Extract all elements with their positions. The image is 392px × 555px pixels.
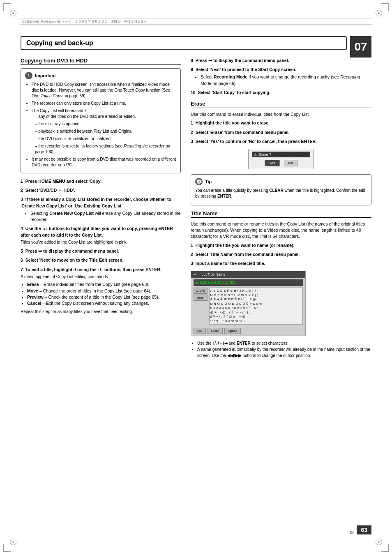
page-title-bar: Copying and back-up (21, 36, 347, 50)
step-3-sub: Selecting Create New Copy List will eras… (21, 210, 181, 223)
left-steps: 1 Press HOME MENU and select 'Copy'. 2 S… (21, 178, 181, 315)
erase-dialog-icon: ⚠ (254, 152, 257, 157)
step-3: 3 If there is already a Copy List stored… (21, 196, 181, 223)
title-input-title: Input Title Name (198, 272, 226, 276)
tip-icon: Q (195, 178, 203, 185)
left-column: Copying from DVD to HDD ! Important The … (21, 58, 181, 534)
char-row-3: À Â Ä Å Æ É È Ê Ë Ï Î Ì Ï # @ (210, 297, 302, 302)
important-item-2: The recorder can only store one Copy Lis… (32, 101, 176, 106)
reg-mark-tl (9, 9, 17, 17)
erase-step-1: 1 Highlight the title you want to erase. (191, 120, 371, 126)
page-title: Copying and back-up (26, 39, 93, 47)
erase-no-button[interactable]: No (284, 160, 298, 166)
right-column: 8 Press ➡ to display the command menu pa… (191, 58, 371, 534)
important-header: ! Important (25, 72, 176, 79)
erase-dialog-title: Erase ? (258, 152, 271, 157)
char-row-7: £ ¥ ¤ \ ; § " @ ± = ~ @ · (210, 315, 302, 319)
step-10: 10 Select 'Start Copy' to start copying. (191, 90, 371, 96)
tip-label: Tip (205, 179, 212, 184)
erase-dialog: ⚠ Erase ? Yes No (248, 149, 314, 169)
title-input-icon: ✏ (194, 272, 197, 276)
title-char-grid: A B C D E F G H I J K L M . ? ! N O P Q … (209, 288, 303, 325)
title-name-steps: 1 Highlight the title you want to name (… (191, 242, 371, 267)
step-8: 8 Press ➡ to display the command menu pa… (191, 58, 371, 64)
main-content: Copying from DVD to HDD ! Important The … (21, 58, 371, 534)
reg-mark-bl (9, 538, 17, 546)
menu-item-cancel: Cancel – Exit the Copy List screen witho… (27, 300, 181, 306)
caps-button[interactable]: CAPS (194, 288, 208, 294)
erase-step-2: 2 Select 'Erase' from the command menu p… (191, 129, 371, 136)
menu-item-erase: Erase – Erase individual titles from the… (27, 281, 181, 288)
header-file-info: DVR530HS_RDR.book 63 ページ ２００５年５月２６日 木曜日 … (22, 19, 147, 24)
page-lang: En (350, 530, 354, 534)
erase-yes-button[interactable]: Yes (265, 160, 280, 166)
subbullet-5: the recorder is reset to its factory set… (35, 143, 176, 155)
important-item-4: It may not be possible to copy from a DV… (32, 157, 176, 168)
reg-mark-br (375, 538, 383, 546)
step-4-note: Titles you've added to the Copy List are… (21, 240, 181, 246)
tip-text: You can erase a title quickly by pressin… (195, 188, 367, 199)
erase-step-3: 3 Select 'Yes' to confirm or 'No' to can… (191, 138, 371, 145)
char-row-5: 0 1 2 3 4 5 6 7 8 9 < = > " . & ' (210, 306, 302, 311)
erase-dialog-header: ⚠ Erase ? (252, 152, 310, 157)
title-input-rows: CAPS small A B C D E F G H I J K L M . ?… (194, 288, 303, 325)
tip-header: Q Tip (195, 178, 367, 185)
important-list: The DVD to HDD Copy screen isn't accessi… (25, 82, 176, 168)
step-9: 9 Select 'Next' to proceed to the Start … (191, 67, 371, 87)
menu-item-move: Move – Change the order of titles in the… (27, 288, 181, 294)
title-step-2: 2 Select 'Title Name' from the command m… (191, 251, 371, 258)
ok-button[interactable]: OK (194, 328, 206, 334)
menu-item-preview: Preview – Check the content of a title i… (27, 294, 181, 300)
important-box: ! Important The DVD to HDD Copy screen i… (21, 68, 181, 173)
space-button[interactable]: Space (224, 328, 241, 334)
subbullet-2: the disc tray is opened. (35, 121, 176, 127)
step-7-repeat-note: Repeat this step for as many titles you … (21, 309, 181, 315)
chapter-number: 07 (354, 40, 367, 53)
copy-list-subbullets: any of the titles on the DVD disc are er… (32, 114, 176, 155)
title-input-field[interactable]: @ 0:00 f#1 3/12 4ds RD (194, 279, 303, 286)
step-1: 1 Press HOME MENU and select 'Copy'. (21, 178, 181, 184)
title-input-footer: OK Clear Space (191, 326, 305, 336)
char-row-4: Ð Ñ Ó Ò Ô Ö Ø Ú Ù Û Ü Þ ß S % (210, 302, 302, 306)
title-step-1: 1 Highlight the title you want to name (… (191, 242, 371, 249)
step-4: 4 Use the ↑/↓ buttons to highlight title… (21, 226, 181, 245)
title-bullet-2: A name generated automatically by the re… (197, 346, 371, 359)
page-number: 63 (361, 527, 367, 533)
char-row-8: ' ' " ¶ · , ' # » % % % ↓ (210, 319, 302, 324)
tip-box: Q Tip You can erase a title quickly by p… (191, 174, 371, 205)
step-2: 2 Select 'DVD/CD → HDD'. (21, 187, 181, 193)
svg-text:Q: Q (197, 180, 200, 184)
erase-dialog-buttons: Yes No (252, 160, 310, 166)
subbullet-4: the DVD disc is re-initialized or finali… (35, 136, 176, 142)
step-5: 5 Press ➡ to display the command menu pa… (21, 248, 181, 254)
important-item-3: The Copy List will be erased if: any of … (32, 108, 176, 155)
erase-intro: Use this command to erase individual tit… (191, 111, 371, 117)
page-number-badge: 63 (357, 525, 371, 534)
title-input-body: @ 0:00 f#1 3/12 4ds RD CAPS small A B C … (191, 278, 305, 326)
title-name-heading: Title Name (191, 210, 371, 218)
step-7-menu-list: Erase – Erase individual titles from the… (21, 281, 181, 306)
title-step-3: 3 Input a name for the selected title. (191, 260, 371, 267)
title-name-section: Title Name Use this command to name or r… (191, 210, 371, 359)
char-row-1: A B C D E F G H I J K L M . ? ! (210, 289, 302, 293)
important-item-1: The DVD to HDD Copy screen isn't accessi… (32, 82, 176, 99)
char-row-6: @ + - / @ | ∨ ] ' « » { } ] ; (210, 311, 302, 315)
char-row-2: N O P Q R S T U V W X Y Z ( ) ; : (210, 293, 302, 298)
header-bar: DVR530HS_RDR.book 63 ページ ２００５年５月２６日 木曜日 … (21, 18, 371, 25)
warning-icon: ! (25, 72, 32, 79)
step-9-sub: Select Recording Mode if you want to cha… (191, 74, 371, 86)
section-heading-dvd-hdd: Copying from DVD to HDD (21, 58, 181, 65)
reg-mark-tr (375, 9, 383, 17)
step-7: 7 To edit a title, highlight it using th… (21, 267, 181, 315)
subbullet-1: any of the titles on the DVD disc are er… (35, 114, 176, 120)
title-bullet-1: Use the ↑/↓/←/➡ and ENTER to select char… (197, 340, 371, 346)
title-name-intro: Use this command to name or rename title… (191, 221, 371, 240)
erase-section: Erase Use this command to erase individu… (191, 101, 371, 169)
erase-steps: 1 Highlight the title you want to erase.… (191, 120, 371, 145)
title-input-header: ✏ Input Title Name (191, 271, 305, 278)
step-6: 6 Select 'Next' to move on to the Title … (21, 257, 181, 263)
small-button[interactable]: small (194, 295, 208, 301)
step-7-menu-intro: A menu appears of Copy List editing comm… (21, 274, 181, 280)
chapter-badge: 07 (350, 36, 371, 58)
clear-button[interactable]: Clear (208, 328, 223, 334)
